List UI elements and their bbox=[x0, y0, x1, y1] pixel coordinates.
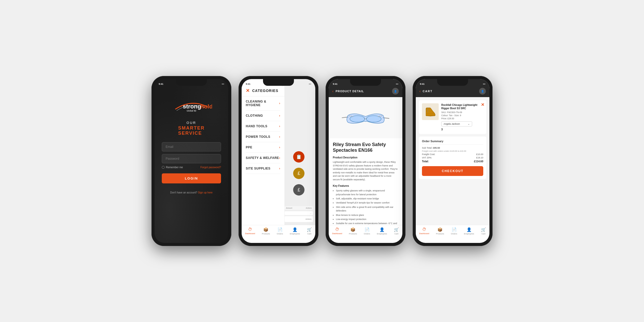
svg-point-9 bbox=[381, 115, 382, 116]
svg-text:hold: hold bbox=[200, 103, 212, 110]
category-item-hand-tools[interactable]: HAND TOOLS › bbox=[246, 121, 280, 132]
feature-item: Blue lenses to reduce glare bbox=[336, 213, 398, 217]
nav-employees[interactable]: 👤 Employees bbox=[377, 227, 387, 235]
tagline-smarter: SMARTER SERVICE bbox=[178, 126, 205, 136]
nav-employees[interactable]: 👤 Employees bbox=[290, 227, 300, 235]
feature-item: Ventilated TempFLEX temple tips for wear… bbox=[336, 201, 398, 205]
boot-image bbox=[423, 105, 437, 119]
category-item-ppe[interactable]: PPE › bbox=[246, 142, 280, 153]
svg-text:strong: strong bbox=[183, 103, 201, 110]
employees-icon: 👤 bbox=[379, 227, 385, 232]
nav-orders[interactable]: 📄 Orders bbox=[451, 227, 457, 235]
battery: ▪▪▪ bbox=[483, 83, 485, 85]
overlay-panel: 📋 £ £ AmountActions ... Actions bbox=[282, 79, 315, 243]
nav-employees[interactable]: 👤 Employees bbox=[464, 227, 474, 235]
svg-point-10 bbox=[352, 116, 353, 117]
employee-name: Angela Jackson bbox=[444, 123, 460, 125]
freight-row: Freight Cost: £10.00 bbox=[422, 153, 483, 156]
cart-title: CART bbox=[423, 90, 433, 93]
orders-icon: 📄 bbox=[452, 227, 457, 232]
phone-product-detail: 9:41 ▪▪▪ ‹ PRODUCT DETAIL 👤 bbox=[326, 76, 405, 246]
nav-dashboard[interactable]: ⏱ Dashboard bbox=[245, 227, 255, 235]
category-item-safety[interactable]: SAFETY & WELFARE › bbox=[246, 153, 280, 163]
stronghold-logo: strong hold Global ltd bbox=[171, 97, 212, 115]
total-value: £114.60 bbox=[474, 160, 483, 163]
order-summary: Order Summary Sub Total: £85.50 Freight … bbox=[419, 137, 486, 179]
svg-point-16 bbox=[427, 111, 428, 112]
checkout-button[interactable]: CHECKOUT bbox=[422, 166, 483, 176]
back-icon[interactable]: ‹ bbox=[332, 89, 334, 93]
nav-cart[interactable]: 🛒 Cart bbox=[307, 227, 312, 235]
order-summary-title: Order Summary bbox=[422, 140, 483, 145]
signup-row: Don't have an account? Sign up here bbox=[170, 191, 213, 194]
cart-item: Rockfall Chicago Lightweight Rigger Boot… bbox=[419, 100, 486, 134]
category-item-clothing[interactable]: CLOTHING › bbox=[246, 111, 280, 121]
feature-item: Suitable for use in extreme temperatures… bbox=[336, 222, 398, 224]
freight-label: Freight Cost: bbox=[422, 153, 435, 156]
budget-icon[interactable]: £ bbox=[293, 168, 304, 179]
feature-item: Low-energy impact protection bbox=[336, 217, 398, 221]
forgot-password-link[interactable]: Forgot password? bbox=[200, 166, 221, 169]
category-item-cleaning[interactable]: CLEANING & HYGIENE › bbox=[246, 96, 280, 111]
nav-cart[interactable]: 🛒 Cart bbox=[394, 227, 399, 235]
phone-login: 9:41 ▪▪▪ strong hold Global ltd OUR SMAR… bbox=[151, 76, 231, 246]
cart-item-name: Rockfall Chicago Lightweight Rigger Boot… bbox=[441, 103, 483, 110]
freight-value: £10.00 bbox=[476, 153, 483, 156]
user-avatar[interactable]: 👤 bbox=[479, 88, 486, 95]
password-input[interactable] bbox=[162, 154, 221, 163]
svg-text:Global ltd: Global ltd bbox=[187, 109, 196, 112]
nav-dashboard[interactable]: ⏱ Dashboard bbox=[419, 227, 429, 235]
nav-cart[interactable]: 🛒 Cart bbox=[481, 227, 486, 235]
remember-checkbox[interactable] bbox=[162, 166, 165, 169]
product-name: Riley Stream Evo Safety Spectacles EN166 bbox=[333, 142, 398, 153]
svg-point-15 bbox=[427, 110, 428, 111]
cart-item-colour: Colour: Tan - Size: 9 bbox=[441, 114, 483, 117]
logo-area: strong hold Global ltd bbox=[171, 97, 212, 116]
signup-link[interactable]: Sign up here bbox=[198, 191, 213, 194]
close-icon[interactable]: ✕ bbox=[246, 88, 250, 94]
dashboard-icon: ⏱ bbox=[248, 227, 252, 232]
cart-icon: 🛒 bbox=[394, 227, 399, 232]
orders-icon: 📄 bbox=[365, 227, 370, 232]
email-input[interactable] bbox=[162, 142, 221, 151]
remember-label: Remember me bbox=[166, 166, 183, 169]
feature-item: Sporty safety glasses with a single, wra… bbox=[336, 189, 398, 196]
total-label: Total: bbox=[422, 160, 429, 163]
order-icon[interactable]: 📋 bbox=[293, 151, 304, 163]
vat-value: £19.10 bbox=[476, 156, 483, 159]
cart-icon: 🛒 bbox=[481, 227, 486, 232]
nav-dashboard[interactable]: ⏱ Dashboard bbox=[332, 227, 342, 235]
category-item-site[interactable]: SITE SUPPLIES › bbox=[246, 163, 280, 174]
employee-dropdown[interactable]: Angela Jackson ⌄ bbox=[441, 121, 472, 126]
nav-products[interactable]: 📦 Products bbox=[262, 227, 270, 235]
svg-point-7 bbox=[378, 116, 379, 117]
chevron-icon: › bbox=[279, 114, 280, 117]
subtotal-label: Sub Total: £85.50 bbox=[422, 147, 440, 149]
categories-title: CATEGORIES bbox=[252, 89, 278, 93]
chevron-icon: › bbox=[279, 124, 280, 128]
cart-item-price: Price: £28.50 bbox=[441, 117, 483, 120]
products-icon: 📦 bbox=[350, 227, 355, 232]
user-avatar[interactable]: 👤 bbox=[392, 88, 399, 95]
nav-products[interactable]: 📦 Products bbox=[436, 227, 444, 235]
login-button[interactable]: LOGIN bbox=[162, 173, 221, 183]
battery: ▪▪▪ bbox=[396, 83, 398, 85]
subtotal-row: Sub Total: £85.50 bbox=[422, 147, 483, 149]
svg-point-8 bbox=[380, 116, 381, 117]
product-image-glasses bbox=[340, 105, 391, 131]
features-title: Key Features bbox=[333, 184, 398, 187]
login-content: strong hold Global ltd OUR SMARTER SERVI… bbox=[155, 86, 228, 199]
remove-item-button[interactable]: ✕ bbox=[481, 102, 484, 107]
nav-products[interactable]: 📦 Products bbox=[349, 227, 357, 235]
nav-orders[interactable]: 📄 Orders bbox=[277, 227, 283, 235]
category-item-power-tools[interactable]: POWER TOOLS › bbox=[246, 132, 280, 142]
bottom-nav: ⏱ Dashboard 📦 Products 📄 Orders 👤 Employ… bbox=[329, 225, 402, 243]
total-row: Total: £114.60 bbox=[422, 160, 483, 163]
vat-row: VAT 20%: £19.10 bbox=[422, 156, 483, 159]
back-icon[interactable]: ‹ bbox=[419, 89, 421, 93]
nav-orders[interactable]: 📄 Orders bbox=[364, 227, 370, 235]
spend-icon[interactable]: £ bbox=[293, 184, 304, 196]
cart-body: Rockfall Chicago Lightweight Rigger Boot… bbox=[416, 97, 489, 182]
chevron-icon: › bbox=[279, 146, 280, 149]
product-features: Sporty safety glasses with a single, wra… bbox=[333, 189, 398, 224]
